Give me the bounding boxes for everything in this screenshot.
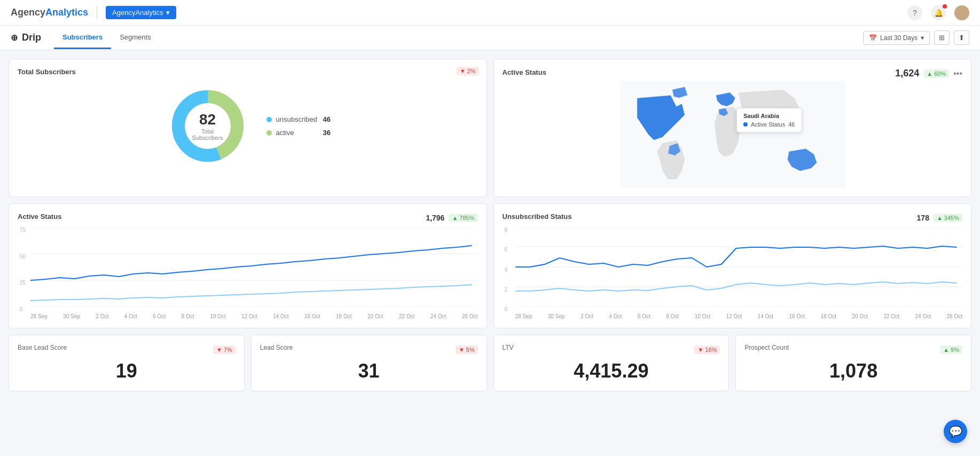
active-status-map-title: Active Status (503, 68, 546, 76)
ltv-value: 4,415.29 (503, 356, 720, 382)
logo-analytics: Analytics (45, 7, 88, 18)
tab-segments[interactable]: Segments (111, 27, 160, 49)
ltv-badge: ▼ 16% (694, 345, 720, 354)
nav-tabs: Subscribers Segments (54, 27, 160, 49)
logo-agency: Agency (11, 7, 45, 18)
unsub-chart-header: Unsubscribed Status 178 ▲ 345% (503, 213, 963, 223)
active-chart-change: ▲ 785% (449, 214, 477, 222)
total-subscribers-title: Total Subscribers (18, 68, 478, 76)
world-map-svg (503, 81, 963, 188)
main-content: Total Subscribers ▼ 2% 82 Total Subscrib… (0, 50, 980, 400)
base-lead-score-title: Base Lead Score (18, 344, 67, 351)
base-lead-score-badge: ▼ 7% (213, 345, 236, 354)
active-chart-title: Active Status (18, 213, 61, 221)
tooltip-value: 46 (788, 121, 795, 128)
agency-button[interactable]: AgencyAnalytics ▾ (106, 6, 176, 19)
header-right: ? 🔔 (907, 5, 969, 20)
base-lead-score-value: 19 (18, 356, 236, 382)
world-map-area: Saudi Arabia Active Status 46 (503, 81, 963, 188)
legend-dot-active (266, 130, 272, 136)
map-count: 1,624 (895, 68, 919, 79)
tooltip-label: Active Status (751, 121, 785, 128)
ltv-title: LTV (503, 344, 514, 351)
map-header: Active Status 1,624 ▲ 60% ••• (503, 68, 963, 79)
sub-header: ⊕ Drip Subscribers Segments 📅 Last 30 Da… (0, 26, 980, 50)
unsub-chart-change: ▲ 345% (934, 214, 962, 222)
ltv-card: LTV ▼ 16% 4,415.29 (493, 335, 730, 391)
unsub-chart-title: Unsubscribed Status (503, 213, 572, 221)
top-cards-row: Total Subscribers ▼ 2% 82 Total Subscrib… (9, 59, 971, 197)
lead-score-card: Lead Score ▼ 5% 31 (251, 335, 487, 391)
donut-legend: unsubscribed 46 active 36 (266, 115, 331, 137)
total-subscribers-card: Total Subscribers ▼ 2% 82 Total Subscrib… (9, 59, 487, 197)
prospect-count-badge: ▲ 9% (940, 345, 962, 354)
calendar-icon: 📅 (869, 34, 877, 42)
metrics-row: Base Lead Score ▼ 7% 19 Lead Score ▼ 5% … (9, 335, 971, 391)
sub-header-right: 📅 Last 30 Days ▾ ⊞ ⬆ (863, 30, 969, 45)
share-button[interactable]: ⬆ (954, 30, 969, 45)
active-chart-area: 7550250 (18, 227, 478, 312)
active-status-map-card: Active Status 1,624 ▲ 60% ••• (493, 59, 972, 197)
donut-label: 82 Total Subscribers (186, 111, 229, 141)
legend-unsubscribed: unsubscribed 46 (266, 115, 331, 123)
lead-score-value: 31 (260, 356, 478, 382)
active-chart-header: Active Status 1,796 ▲ 785% (18, 213, 478, 223)
active-chart-x-labels: 28 Sep30 Sep2 Oct4 Oct6 Oct8 Oct10 Oct12… (18, 312, 478, 319)
chevron-down-icon: ▾ (166, 9, 170, 17)
lead-score-title: Lead Score (260, 344, 293, 351)
date-filter-button[interactable]: 📅 Last 30 Days ▾ (863, 31, 930, 45)
tooltip-row: Active Status 46 (743, 121, 795, 128)
notification-badge (943, 4, 947, 9)
page-title: ⊕ Drip (11, 32, 41, 43)
map-change: ▲ 60% (923, 69, 949, 78)
active-chart-stats: 1,796 ▲ 785% (426, 214, 477, 222)
prospect-count-card: Prospect Count ▲ 9% 1,078 (735, 335, 971, 391)
unsub-chart-area: 86420 (503, 227, 963, 312)
map-stats: 1,624 ▲ 60% ••• (895, 68, 962, 79)
active-chart-count: 1,796 (426, 214, 444, 222)
svg-point-1 (957, 15, 967, 20)
logo: AgencyAnalytics (11, 7, 88, 18)
legend-dot-unsubscribed (266, 117, 272, 122)
legend-active: active 36 (266, 129, 331, 137)
grid-view-button[interactable]: ⊞ (934, 30, 950, 45)
active-status-chart-card: Active Status 1,796 ▲ 785% 7550250 (9, 203, 487, 328)
header: AgencyAnalytics AgencyAnalytics ▾ ? 🔔 (0, 0, 980, 26)
tooltip-country: Saudi Arabia (743, 113, 795, 119)
help-icon[interactable]: ? (907, 5, 922, 20)
base-lead-score-card: Base Lead Score ▼ 7% 19 (9, 335, 245, 391)
prospect-count-title: Prospect Count (744, 344, 789, 351)
active-chart-y-labels: 7550250 (18, 227, 28, 312)
unsub-chart-stats: 178 ▲ 345% (917, 214, 962, 222)
avatar[interactable] (954, 5, 969, 20)
donut-container: 82 Total Subscribers unsubscribed 46 act… (18, 78, 478, 174)
unsub-chart-y-labels: 86420 (503, 227, 510, 312)
unsubscribed-status-chart-card: Unsubscribed Status 178 ▲ 345% 86420 (493, 203, 972, 328)
svg-point-0 (959, 8, 965, 14)
prospect-count-value: 1,078 (744, 356, 962, 382)
tab-subscribers[interactable]: Subscribers (54, 27, 111, 49)
total-subscribers-badge: ▼ 2% (457, 67, 479, 75)
map-more-icon[interactable]: ••• (953, 69, 962, 78)
unsub-chart-x-labels: 28 Sep30 Sep2 Oct4 Oct6 Oct8 Oct10 Oct12… (503, 312, 963, 319)
chevron-down-icon: ▾ (921, 34, 924, 42)
header-divider (97, 6, 97, 19)
lead-score-badge: ▼ 5% (456, 345, 478, 354)
drip-icon: ⊕ (11, 33, 18, 43)
notifications-icon[interactable]: 🔔 (931, 5, 946, 20)
tooltip-dot (743, 122, 748, 127)
donut-sublabel: Total Subscribers (186, 128, 229, 141)
donut-chart: 82 Total Subscribers (165, 83, 250, 169)
charts-row: Active Status 1,796 ▲ 785% 7550250 (9, 203, 971, 328)
donut-number: 82 (186, 111, 229, 128)
unsub-chart-count: 178 (917, 214, 929, 222)
map-tooltip: Saudi Arabia Active Status 46 (736, 108, 802, 132)
